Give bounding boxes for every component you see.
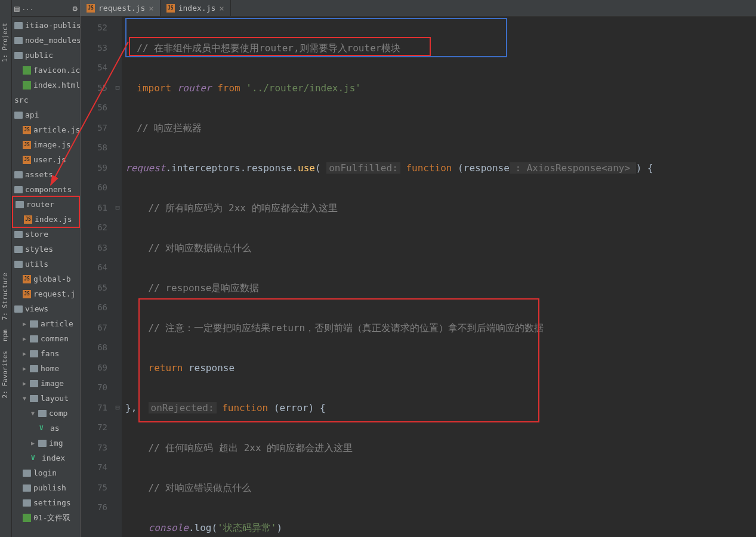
fold-gutter: ⊟ ⊟ ⊟ (113, 17, 122, 537)
tree-v-fans[interactable]: ▶fans (12, 346, 80, 361)
folder-icon (14, 171, 23, 178)
tree-router-index[interactable]: JSindex.js (13, 212, 79, 227)
gear-icon[interactable]: ⚙ (73, 4, 78, 13)
code-text: request (125, 162, 165, 174)
project-dots[interactable]: ... (21, 4, 33, 12)
project-icon[interactable]: ▤ (14, 4, 19, 13)
tab-request-js[interactable]: JS request.js × (81, 0, 161, 16)
favorites-tool[interactable]: 2: Favorites (0, 346, 11, 403)
tree-v-login[interactable]: login (12, 465, 80, 480)
js-icon: JS (23, 126, 31, 134)
tree-user-js[interactable]: JSuser.js (12, 152, 80, 167)
folder-icon (23, 484, 31, 492)
code-text: ) { (636, 162, 653, 174)
tree-v-comp[interactable]: ▼comp (12, 406, 80, 421)
line-num: 76 (81, 498, 107, 518)
folder-icon (14, 112, 23, 119)
code-text: '状态码异常' (217, 522, 276, 533)
tree-views[interactable]: views (12, 301, 80, 316)
tree-root[interactable]: itiao-publish-a (12, 18, 80, 33)
tree-public[interactable]: public (12, 48, 80, 63)
code-text: '../router/index.js' (246, 82, 361, 94)
tree-label: views (25, 304, 48, 313)
tree-v-settings[interactable]: settings (12, 495, 80, 510)
code-text: response (189, 362, 234, 374)
folder-icon (30, 350, 38, 357)
tree-label: index.js (35, 215, 72, 224)
tree-label: image (41, 379, 64, 388)
tab-index-js[interactable]: JS index.js × (161, 0, 231, 16)
tree-assets[interactable]: assets (12, 167, 80, 182)
tree-image-js[interactable]: JSimage.js (12, 137, 80, 152)
tree-styles[interactable]: styles (12, 242, 80, 257)
code-editor[interactable]: // 在非组件成员中想要使用router,则需要导入router模块 impor… (122, 17, 756, 537)
folder-icon (30, 320, 38, 328)
file-icon (23, 66, 31, 75)
tree-label: image.js (33, 140, 71, 149)
tree-label: itiao-publish-a (25, 21, 81, 30)
close-icon[interactable]: × (219, 4, 224, 13)
tree-store[interactable]: store (12, 227, 80, 242)
project-tool[interactable]: 1: Project (0, 18, 11, 67)
tree-src[interactable]: src (12, 92, 80, 107)
tree-v-article[interactable]: ▶article (12, 316, 80, 331)
tree-label: node_modules (25, 36, 81, 45)
line-num: 58 (81, 138, 107, 158)
tree-label: img (49, 439, 63, 448)
tree-favicon[interactable]: favicon.ico (12, 63, 80, 78)
tree-label: store (25, 230, 48, 239)
tree-v-layout[interactable]: ▼layout (12, 391, 80, 406)
tree-file01[interactable]: 01-文件双 (12, 510, 80, 525)
code-hint: onRejected: (149, 402, 217, 413)
left-tool-strip: 1: Project 7: Structure npm 2: Favorites (0, 0, 12, 537)
code-text: console (149, 522, 189, 533)
tree-label: assets (25, 170, 53, 179)
npm-tool[interactable]: npm (0, 325, 11, 346)
line-num: 68 (81, 338, 107, 358)
code-area[interactable]: 52 53 54 55 56 57 58 59 60 61 62 63 64 6… (81, 17, 756, 537)
tree-node-modules[interactable]: node_modules (12, 33, 80, 48)
tree-api[interactable]: api (12, 107, 80, 122)
file-icon (23, 514, 31, 522)
code-text: // response是响应数据 (149, 282, 260, 294)
tree-label: favicon.ico (33, 66, 81, 75)
folder-icon (14, 231, 23, 238)
folder-icon (14, 52, 23, 59)
close-icon[interactable]: × (149, 4, 153, 13)
tree-router[interactable]: router (13, 197, 79, 212)
project-header: ▤ ... ⚙ (12, 0, 80, 17)
folder-icon (14, 186, 23, 193)
tree-utils[interactable]: utils (12, 257, 80, 271)
project-tree: itiao-publish-a node_modules public favi… (12, 17, 80, 525)
tree-indexhtml[interactable]: index.html (12, 78, 80, 92)
code-text: .interceptors.response. (165, 162, 298, 174)
tree-components[interactable]: components (12, 182, 80, 197)
fold-icon[interactable]: ⊟ (113, 198, 122, 218)
js-icon: JS (23, 275, 31, 283)
code-text: from (217, 82, 240, 94)
tree-article-js[interactable]: JSarticle.js (12, 122, 80, 137)
tree-v-image[interactable]: ▶image (12, 376, 80, 391)
tree-v-img[interactable]: ▶img (12, 436, 80, 450)
tree-request-js[interactable]: JSrequest.j (12, 286, 80, 301)
tree-v-publish[interactable]: publish (12, 480, 80, 495)
tree-v-home[interactable]: ▶home (12, 361, 80, 376)
folder-icon (14, 37, 23, 44)
line-num: 57 (81, 118, 107, 138)
tree-global-bus[interactable]: JSglobal-b (12, 271, 80, 286)
js-icon: JS (166, 4, 175, 13)
fold-icon[interactable]: ⊟ (113, 78, 122, 98)
folder-icon (38, 410, 47, 417)
tree-label: layout (41, 394, 69, 403)
tree-label: public (25, 51, 53, 60)
tree-v-as[interactable]: Vas (12, 421, 80, 436)
line-num: 71 (81, 398, 107, 418)
tree-v-index[interactable]: Vindex (12, 450, 80, 465)
vue-icon: V (31, 454, 39, 462)
line-num: 64 (81, 258, 107, 278)
code-text: import (137, 82, 171, 94)
tree-label: settings (33, 498, 71, 507)
structure-tool[interactable]: 7: Structure (0, 268, 11, 325)
fold-icon[interactable]: ⊟ (113, 398, 122, 418)
tree-v-commen[interactable]: ▶commen (12, 331, 80, 346)
